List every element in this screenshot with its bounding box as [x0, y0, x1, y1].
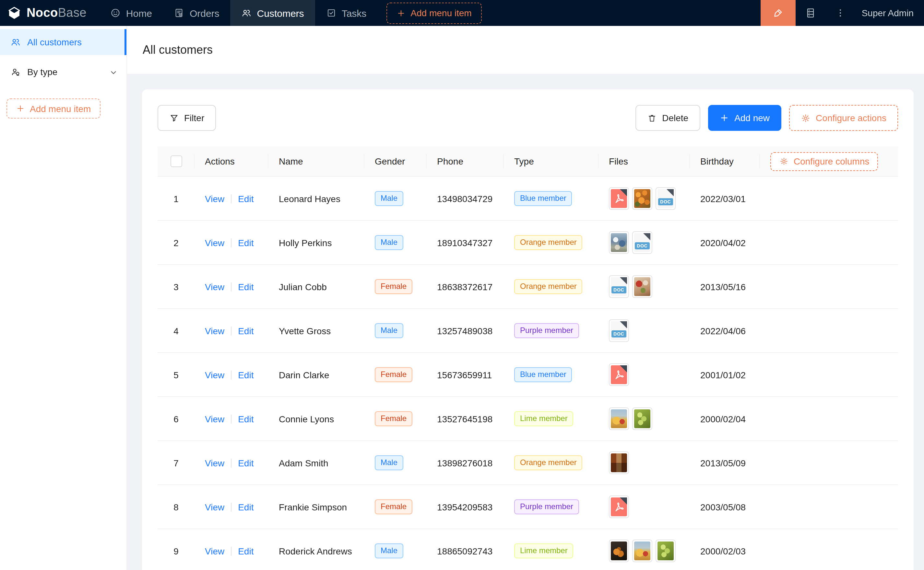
image-thumbnail[interactable] — [609, 539, 629, 562]
row-actions-cell: ViewEdit — [195, 397, 268, 441]
gender-cell: Male — [364, 309, 427, 353]
gender-tag: Male — [375, 455, 403, 470]
image-thumbnail[interactable] — [632, 187, 652, 210]
row-actions-cell: ViewEdit — [195, 485, 268, 529]
doc-label: DOC — [612, 286, 626, 293]
doc-file-icon[interactable]: DOC — [609, 275, 629, 298]
image-thumbnail[interactable] — [632, 539, 652, 562]
edit-link[interactable]: Edit — [238, 369, 254, 380]
gender-cell: Female — [364, 353, 427, 397]
row-index-cell: 3 — [158, 265, 195, 309]
image-thumbnail[interactable] — [632, 275, 652, 298]
configure-columns-button[interactable]: Configure columns — [770, 152, 878, 171]
view-link[interactable]: View — [205, 414, 224, 424]
edit-link[interactable]: Edit — [238, 458, 254, 468]
pdf-file-icon[interactable] — [609, 363, 629, 386]
main-area: All customers Filter — [127, 26, 924, 570]
pdf-file-icon[interactable] — [609, 495, 629, 518]
more-actions-button[interactable] — [826, 0, 855, 26]
customer-name: Yvette Gross — [268, 309, 364, 353]
ui-editor-button[interactable] — [761, 0, 796, 26]
add-new-button[interactable]: Add new — [708, 105, 781, 131]
customer-name: Julian Cobb — [268, 265, 364, 309]
doc-file-icon[interactable]: DOC — [632, 231, 652, 254]
sidebar-item-by-type[interactable]: By type — [0, 59, 126, 85]
row-index-cell: 1 — [158, 177, 195, 221]
tab-customers-label: Customers — [257, 8, 304, 18]
sidebar-item-all-customers[interactable]: All customers — [0, 29, 126, 55]
table-row: 6 ViewEdit Connie Lyons Female 135276451… — [158, 397, 898, 441]
pdf-file-icon[interactable] — [609, 187, 629, 210]
image-thumbnail[interactable] — [609, 408, 629, 430]
view-link[interactable]: View — [205, 193, 224, 204]
view-link[interactable]: View — [205, 369, 224, 380]
view-link[interactable]: View — [205, 458, 224, 468]
customers-table: Actions Name Gender Phone Type Files Bir… — [158, 146, 898, 570]
type-cell: Lime member — [504, 397, 598, 441]
member-type-tag: Purple member — [514, 323, 579, 338]
edit-link[interactable]: Edit — [238, 414, 254, 424]
row-index: 7 — [174, 458, 178, 468]
type-cell: Orange member — [504, 265, 598, 309]
column-header-birthday: Birthday — [690, 146, 760, 177]
customer-birthday: 2000/02/04 — [690, 397, 760, 441]
delete-button[interactable]: Delete — [635, 105, 700, 131]
customer-birthday: 2022/03/01 — [690, 177, 760, 221]
image-thumbnail[interactable] — [609, 231, 629, 254]
plugin-settings-button[interactable] — [796, 0, 826, 26]
image-thumbnail[interactable] — [632, 408, 652, 430]
page-title: All customers — [143, 43, 213, 57]
files-cell — [598, 485, 690, 529]
edit-link[interactable]: Edit — [238, 325, 254, 336]
sidebar-add-menu-item-button[interactable]: Add menu item — [6, 98, 100, 118]
view-link[interactable]: View — [205, 282, 224, 292]
configure-actions-button[interactable]: Configure actions — [789, 105, 898, 131]
image-thumbnail[interactable] — [656, 539, 676, 562]
plus-icon — [397, 9, 405, 17]
edit-link[interactable]: Edit — [238, 238, 254, 248]
navbar-add-menu-item-button[interactable]: Add menu item — [386, 2, 482, 24]
row-actions-cell: ViewEdit — [195, 441, 268, 485]
filter-funnel-icon — [169, 113, 179, 123]
row-trailing-cell — [760, 529, 898, 570]
edit-link[interactable]: Edit — [238, 546, 254, 556]
customer-name: Connie Lyons — [268, 397, 364, 441]
files-cell — [598, 353, 690, 397]
image-thumbnail[interactable] — [609, 452, 629, 474]
select-all-checkbox[interactable] — [170, 155, 182, 167]
gender-cell: Male — [364, 177, 427, 221]
doc-file-icon[interactable]: DOC — [656, 187, 676, 210]
tab-tasks[interactable]: Tasks — [315, 0, 378, 26]
photo-green-grapes — [634, 409, 650, 428]
nocobase-logo[interactable]: NocoBase — [0, 0, 95, 26]
type-cell: Blue member — [504, 353, 598, 397]
view-link[interactable]: View — [205, 546, 224, 556]
member-type-tag: Purple member — [514, 500, 579, 514]
table-row: 5 ViewEdit Darin Clarke Female 156736599… — [158, 353, 898, 397]
view-link[interactable]: View — [205, 502, 224, 512]
type-cell: Blue member — [504, 177, 598, 221]
customer-name: Adam Smith — [268, 441, 364, 485]
user-menu[interactable]: Super Admin — [855, 0, 924, 26]
member-type-tag: Blue member — [514, 191, 572, 206]
edit-link[interactable]: Edit — [238, 502, 254, 512]
table-row: 7 ViewEdit Adam Smith Male 13898276018 O… — [158, 441, 898, 485]
gender-cell: Female — [364, 265, 427, 309]
tab-customers[interactable]: Customers — [231, 0, 315, 26]
filter-button[interactable]: Filter — [158, 105, 216, 131]
edit-link[interactable]: Edit — [238, 282, 254, 292]
gender-cell: Male — [364, 221, 427, 265]
row-actions-cell: ViewEdit — [195, 529, 268, 570]
tab-tasks-label: Tasks — [342, 8, 367, 18]
view-link[interactable]: View — [205, 325, 224, 336]
tab-orders[interactable]: Orders — [163, 0, 231, 26]
view-link[interactable]: View — [205, 238, 224, 248]
doc-file-icon[interactable]: DOC — [609, 319, 629, 342]
tab-home[interactable]: Home — [100, 0, 163, 26]
type-cell: Orange member — [504, 221, 598, 265]
customer-phone: 18865092743 — [427, 529, 504, 570]
row-index-cell: 5 — [158, 353, 195, 397]
edit-link[interactable]: Edit — [238, 193, 254, 204]
sidebar-add-menu-item-label: Add menu item — [30, 103, 91, 114]
column-header-configure: Configure columns — [760, 146, 898, 177]
